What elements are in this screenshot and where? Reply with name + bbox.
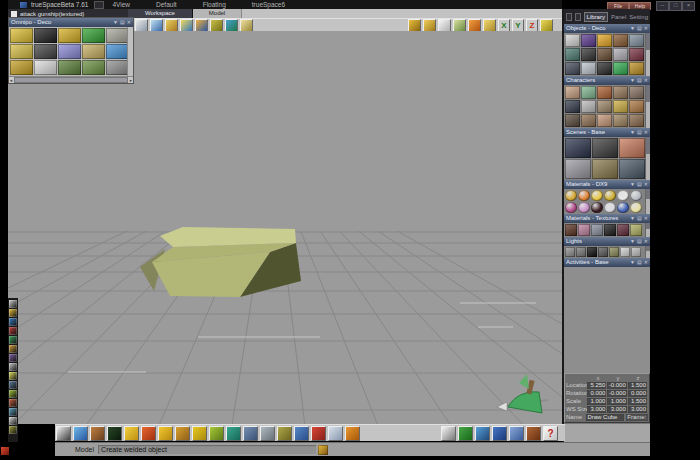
stone-icon[interactable]	[260, 426, 275, 441]
sun-icon[interactable]	[124, 426, 139, 441]
thumbnail[interactable]	[565, 190, 577, 201]
thumbnail[interactable]	[34, 44, 57, 59]
thumbnail[interactable]	[597, 100, 612, 113]
info-value-cell[interactable]: 1.000	[587, 398, 606, 405]
new-scene-icon[interactable]	[135, 19, 148, 32]
thumbnail[interactable]	[581, 100, 596, 113]
gold-cube-icon[interactable]	[408, 19, 421, 32]
thumbnail[interactable]	[106, 60, 129, 75]
swirl-icon[interactable]	[509, 426, 524, 441]
tab-workspace[interactable]: Workspace	[128, 9, 193, 18]
watering-can-icon[interactable]	[226, 426, 241, 441]
thumbnail[interactable]	[629, 34, 644, 47]
layout-tab-truespace6[interactable]: trueSpace6	[252, 1, 285, 8]
thumbnail[interactable]	[565, 100, 580, 113]
axe-icon[interactable]	[165, 19, 178, 32]
thumbnail[interactable]	[629, 48, 644, 61]
thumbnail[interactable]	[58, 60, 81, 75]
world-sphere-icon[interactable]	[225, 19, 238, 32]
boulder-icon[interactable]	[90, 426, 105, 441]
feather-icon[interactable]	[240, 19, 253, 32]
thumbnail[interactable]	[581, 34, 596, 47]
thumbnail[interactable]	[106, 28, 129, 43]
gold-nugget-icon[interactable]	[175, 426, 190, 441]
strip-tool-icon[interactable]	[9, 408, 17, 416]
corner-status-icon[interactable]	[1, 447, 9, 455]
minimize-button[interactable]: –	[656, 1, 669, 11]
section-scrollbar[interactable]	[645, 33, 650, 76]
close-icon[interactable]: ✕	[644, 180, 648, 189]
object-name-field[interactable]: Draw Cube	[586, 414, 623, 421]
close-icon[interactable]: ✕	[644, 24, 648, 33]
cloud-icon[interactable]	[328, 426, 343, 441]
thumbnail[interactable]	[617, 190, 629, 201]
model-object[interactable]	[140, 227, 301, 297]
plant-icon[interactable]	[209, 426, 224, 441]
section-scrollbar[interactable]	[645, 246, 650, 258]
plane-icon[interactable]	[438, 19, 451, 32]
layout-icon[interactable]	[575, 13, 581, 21]
thumbnail[interactable]	[619, 159, 645, 179]
section-header[interactable]: Scenes - Base ▼▤✕	[564, 128, 650, 137]
thumbnail[interactable]	[598, 247, 608, 257]
layout-tab-default[interactable]: Default	[156, 1, 177, 8]
thumbnail[interactable]	[58, 28, 81, 43]
globe-icon[interactable]	[180, 19, 193, 32]
gear-icon[interactable]	[141, 426, 156, 441]
close-icon[interactable]: ✕	[644, 214, 648, 223]
thumbnail[interactable]	[578, 224, 590, 236]
strip-tool-icon[interactable]	[9, 327, 17, 335]
strip-tool-icon[interactable]	[9, 381, 17, 389]
close-icon[interactable]: ✕	[644, 237, 648, 246]
axis-y-button[interactable]: Y	[512, 19, 524, 32]
info-value-cell[interactable]: 0.000	[628, 390, 647, 397]
tab-model[interactable]: Model	[193, 9, 242, 18]
thumbnail[interactable]	[631, 247, 641, 257]
texture-hscrollbar[interactable]: ◄ ►	[9, 76, 133, 83]
strip-tool-icon[interactable]	[9, 345, 17, 353]
thumbnail[interactable]	[617, 224, 629, 236]
window-mode-icon[interactable]	[94, 1, 104, 9]
thumbnail[interactable]	[565, 62, 580, 75]
thumbnail[interactable]	[10, 28, 33, 43]
thumbnail[interactable]	[581, 62, 596, 75]
thumbnail[interactable]	[565, 34, 580, 47]
wave-icon[interactable]	[294, 426, 309, 441]
bird-icon[interactable]	[73, 426, 88, 441]
texture-vscrollbar[interactable]	[127, 27, 133, 77]
thumbnail[interactable]	[82, 44, 105, 59]
thumbnail[interactable]	[613, 48, 628, 61]
thumbnail[interactable]	[613, 86, 628, 99]
tree-icon[interactable]	[107, 426, 122, 441]
thumbnail[interactable]	[630, 190, 642, 201]
info-value-cell[interactable]: 0.000	[587, 390, 606, 397]
tab-setting[interactable]: Setting	[629, 14, 648, 20]
thumbnail[interactable]	[565, 138, 591, 158]
restore-button[interactable]: □	[669, 1, 682, 11]
strip-tool-icon[interactable]	[9, 363, 17, 371]
section-header[interactable]: Materials - Textures ▼▤✕	[564, 214, 650, 223]
collapse-icon[interactable]: ▼	[630, 180, 635, 189]
layout-tab-floating[interactable]: Floating	[203, 1, 226, 8]
info-value-cell[interactable]: 1.000	[607, 398, 626, 405]
orange-arrow-icon[interactable]	[468, 19, 481, 32]
thumbnail[interactable]	[597, 114, 612, 127]
section-header[interactable]: Activities - Base ▼▤✕	[564, 258, 650, 267]
info-value-cell[interactable]: 3.000	[628, 406, 647, 413]
thumbnail[interactable]	[565, 202, 577, 213]
info-value-cell[interactable]: 1.500	[628, 398, 647, 405]
thumbnail[interactable]	[576, 247, 586, 257]
thumbnail[interactable]	[565, 159, 591, 179]
thumbnail[interactable]	[587, 247, 597, 257]
axis-x-button[interactable]: X	[498, 19, 510, 32]
close-icon[interactable]: ✕	[644, 76, 648, 85]
thumbnail[interactable]	[565, 48, 580, 61]
detach-icon[interactable]: ▤	[637, 76, 642, 85]
thumbnail[interactable]	[10, 44, 33, 59]
thumbnail[interactable]	[565, 114, 580, 127]
layout-tab-4view[interactable]: 4View	[112, 1, 130, 8]
thumbnail[interactable]	[613, 114, 628, 127]
folder-green-icon[interactable]	[458, 426, 473, 441]
thumbnail[interactable]	[604, 190, 616, 201]
figure-icon[interactable]	[483, 19, 496, 32]
